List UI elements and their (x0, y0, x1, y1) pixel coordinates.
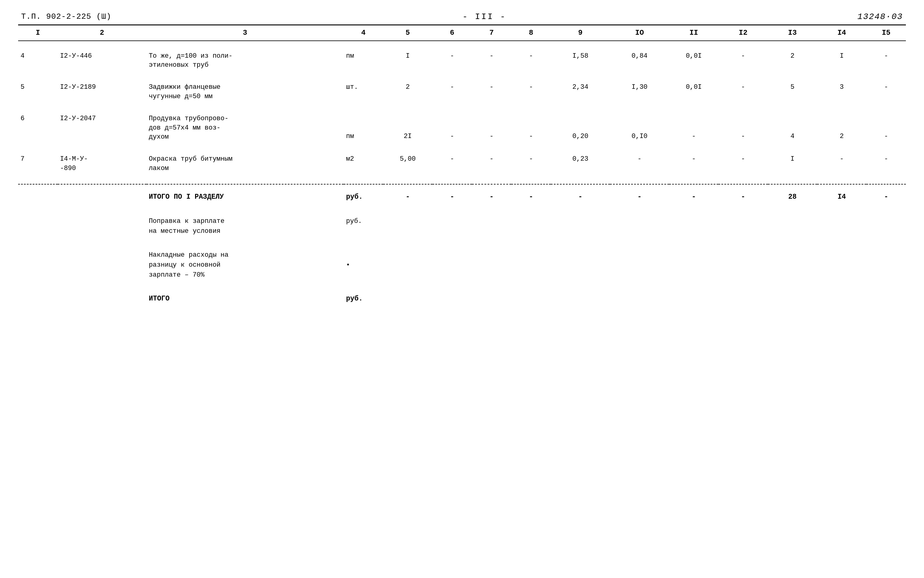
total-col9: - (551, 189, 610, 205)
row4-col13: 2 (768, 50, 817, 72)
row4-unit: пм (344, 50, 383, 72)
row7-col9: 0,23 (551, 153, 610, 175)
row6-desc: Продувка трубопрово- дов д=57х4 мм воз- … (146, 112, 344, 144)
row4-col11: 0,0I (669, 50, 718, 72)
row5-col9: 2,34 (551, 81, 610, 103)
col-header-5: 5 (383, 25, 433, 41)
row6-col8: - (511, 112, 551, 144)
row6-col10: 0,I0 (610, 112, 669, 144)
total-label: ИТОГО ПО I РАЗДЕЛУ (146, 189, 344, 205)
col-header-12: I2 (718, 25, 768, 41)
row6-col7: - (472, 112, 512, 144)
total-col8: - (511, 189, 551, 205)
col-header-8: 8 (511, 25, 551, 41)
header-center: - III - (462, 12, 506, 21)
row5-col13: 5 (768, 81, 817, 103)
total-col15: - (866, 189, 906, 205)
row4-col15: - (866, 50, 906, 72)
col-header-11: II (669, 25, 718, 41)
row4-desc-line1: То же, д=100 из поли- (149, 52, 232, 60)
col-header-15: I5 (866, 25, 906, 41)
row7-col6: - (433, 153, 472, 175)
row6-col5: 2I (383, 112, 433, 144)
col-header-4: 4 (344, 25, 383, 41)
row5-col12: - (718, 81, 768, 103)
total-col11: - (669, 189, 718, 205)
row7-desc-line1: Окраска труб битумным (149, 155, 232, 163)
col-header-13: I3 (768, 25, 817, 41)
row4-num: 4 (18, 50, 58, 72)
row6-unit: пм (344, 112, 383, 144)
col-header-3: 3 (146, 25, 344, 41)
row4-col9: I,58 (551, 50, 610, 72)
row7-col14: - (817, 153, 866, 175)
row5-col6: - (433, 81, 472, 103)
table-row: 4 I2-У-446 То же, д=100 из поли- этилено… (18, 50, 906, 72)
row4-col7: - (472, 50, 512, 72)
row6-col14: 2 (817, 112, 866, 144)
final-label: ИТОГО (146, 291, 344, 306)
row4-desc: То же, д=100 из поли- этиленовых труб (146, 50, 344, 72)
total-unit: руб. (344, 189, 383, 205)
row5-col15: - (866, 81, 906, 103)
row7-num: 7 (18, 153, 58, 175)
col-header-2: 2 (58, 25, 146, 41)
row6-col12: - (718, 112, 768, 144)
note2-line2: разницу к основной (149, 261, 221, 269)
note-row-2: Накладные расходы на разницу к основной … (18, 248, 906, 283)
col-header-1: I (18, 25, 58, 41)
col-header-14: I4 (817, 25, 866, 41)
table-row: 6 I2-У-2047 Продувка трубопрово- дов д=5… (18, 112, 906, 144)
row6-col6: - (433, 112, 472, 144)
row5-desc-line2: чугунные д=50 мм (149, 93, 212, 100)
row7-col5: 5,00 (383, 153, 433, 175)
note1-line2: на местные условия (149, 227, 221, 235)
row7-unit: м2 (344, 153, 383, 175)
row7-col13: I (768, 153, 817, 175)
note1-label: Поправка к зарплате на местные условия (146, 214, 344, 239)
row6-code: I2-У-2047 (58, 112, 146, 144)
header-right: 13248·03 (858, 12, 903, 21)
row5-col10: I,30 (610, 81, 669, 103)
row6-desc-line3: духом (149, 133, 169, 141)
row6-col13: 4 (768, 112, 817, 144)
total-col12: - (718, 189, 768, 205)
row5-num: 5 (18, 81, 58, 103)
row5-col5: 2 (383, 81, 433, 103)
row6-desc-line2: дов д=57х4 мм воз- (149, 124, 221, 132)
row5-col14: 3 (817, 81, 866, 103)
row4-col5: I (383, 50, 433, 72)
table-row: 5 I2-У-2189 Задвижки фланцевые чугунные … (18, 81, 906, 103)
row4-col10: 0,84 (610, 50, 669, 72)
total-col7: - (472, 189, 512, 205)
total-col5: - (383, 189, 433, 205)
total-section-row: ИТОГО ПО I РАЗДЕЛУ руб. - - - - - - - - … (18, 189, 906, 205)
header: Т.П. 902-2-225 (Ш) - III - 13248·03 (18, 12, 906, 21)
row5-code: I2-У-2189 (58, 81, 146, 103)
col-header-7: 7 (472, 25, 512, 41)
row7-col11: - (669, 153, 718, 175)
row6-desc-line1: Продувка трубопрово- (149, 115, 229, 122)
row7-code: I4-М-У- -890 (58, 153, 146, 175)
row4-desc-line2: этиленовых труб (149, 61, 209, 69)
row5-desc-line1: Задвижки фланцевые (149, 83, 221, 91)
final-total-row: ИТОГО руб. (18, 291, 906, 306)
total-col13: 28 (768, 189, 817, 205)
row4-col14: I (817, 50, 866, 72)
total-col6: - (433, 189, 472, 205)
row7-col15: - (866, 153, 906, 175)
note2-label: Накладные расходы на разницу к основной … (146, 248, 344, 283)
row7-col12: - (718, 153, 768, 175)
note1-unit: руб. (344, 214, 383, 239)
col-header-9: 9 (551, 25, 610, 41)
row4-col12: - (718, 50, 768, 72)
note2-unit: • (344, 248, 383, 283)
row4-col8: - (511, 50, 551, 72)
row4-code: I2-У-446 (58, 50, 146, 72)
note2-line3: зарплате – 70% (149, 271, 205, 279)
col-header-6: 6 (433, 25, 472, 41)
row6-num: 6 (18, 112, 58, 144)
row6-col11: - (669, 112, 718, 144)
main-table-container: I 2 3 4 5 6 7 8 9 IO II I2 I3 I4 I5 4 I2… (18, 24, 906, 306)
row5-desc: Задвижки фланцевые чугунные д=50 мм (146, 81, 344, 103)
